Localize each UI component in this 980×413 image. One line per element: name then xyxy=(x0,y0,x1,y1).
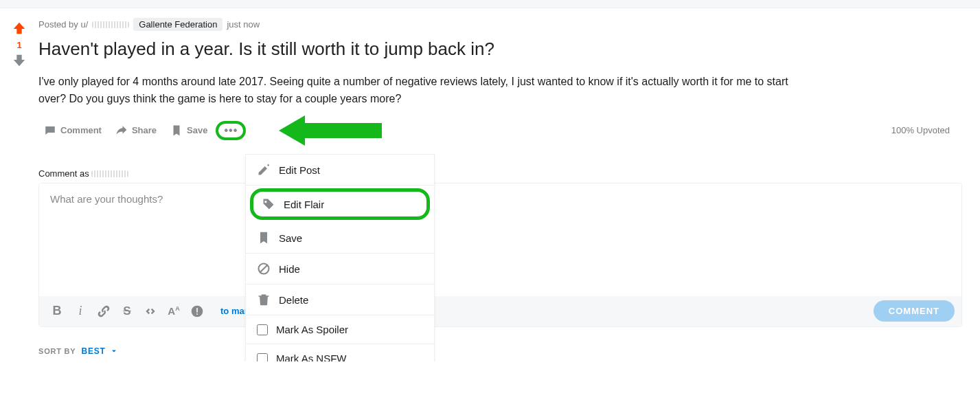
post-body: I've only played for 4 months around lat… xyxy=(38,73,794,108)
share-label: Share xyxy=(132,125,157,135)
save-button[interactable]: Save xyxy=(165,120,213,141)
format-spoiler-button[interactable] xyxy=(186,300,208,322)
svg-rect-3 xyxy=(196,308,198,313)
svg-rect-4 xyxy=(196,313,198,315)
menu-edit-flair-label: Edit Flair xyxy=(284,199,324,210)
format-link-button[interactable] xyxy=(93,300,115,322)
comment-as-username[interactable] xyxy=(91,170,128,177)
comment-toolbar: B i S AA to markdown COMMENT xyxy=(39,296,961,326)
comment-icon xyxy=(44,124,56,137)
menu-edit-post[interactable]: Edit Post xyxy=(246,155,434,186)
chevron-down-icon xyxy=(110,347,118,355)
bookmark-icon xyxy=(170,124,183,137)
menu-hide-label: Hide xyxy=(279,263,300,275)
menu-delete[interactable]: Delete xyxy=(246,284,434,315)
menu-edit-flair[interactable]: Edit Flair xyxy=(250,188,430,220)
menu-mark-spoiler[interactable]: Mark As Spoiler xyxy=(246,315,434,344)
post-main: Posted by u/ Gallente Federation just no… xyxy=(33,14,968,361)
post-title: Haven't played in a year. Is it still wo… xyxy=(38,38,962,60)
trash-icon xyxy=(257,293,271,306)
svg-line-1 xyxy=(260,265,268,273)
vote-score: 1 xyxy=(16,40,21,50)
format-code-button[interactable] xyxy=(139,300,161,322)
menu-hide[interactable]: Hide xyxy=(246,254,434,284)
tag-icon xyxy=(262,197,275,211)
post-timestamp: just now xyxy=(227,19,260,30)
spoiler-checkbox[interactable] xyxy=(257,324,268,335)
upvote-icon[interactable] xyxy=(12,21,27,38)
comment-as-label: Comment as xyxy=(38,168,962,179)
downvote-icon[interactable] xyxy=(12,53,27,71)
menu-spoiler-label: Mark As Spoiler xyxy=(276,324,348,335)
vote-column: 1 xyxy=(5,14,33,361)
alert-circle-icon xyxy=(190,304,204,318)
post-container: 1 Posted by u/ Gallente Federation just … xyxy=(0,8,980,361)
format-superscript-button[interactable]: AA xyxy=(163,300,185,322)
comment-box: B i S AA to markdown COMMENT xyxy=(38,183,962,327)
sort-row: SORT BY BEST xyxy=(38,346,962,356)
more-actions-button[interactable]: ••• xyxy=(216,121,246,140)
format-strike-button[interactable]: S xyxy=(116,300,138,322)
menu-mark-nsfw[interactable]: Mark As NSFW xyxy=(246,344,434,361)
comment-as-prefix: Comment as xyxy=(38,168,91,179)
pencil-icon xyxy=(257,163,271,177)
sort-dropdown[interactable]: BEST xyxy=(82,346,118,356)
comment-submit-button[interactable]: COMMENT xyxy=(874,300,955,322)
nsfw-checkbox[interactable] xyxy=(257,353,268,361)
menu-delete-label: Delete xyxy=(279,294,308,306)
format-italic-button[interactable]: i xyxy=(69,300,91,322)
menu-save-label: Save xyxy=(279,232,302,244)
post-actions-row: Comment Share Save ••• 100% Upvoted xyxy=(38,120,962,141)
hide-icon xyxy=(257,262,271,276)
annotation-arrow xyxy=(279,115,382,146)
comment-button[interactable]: Comment xyxy=(38,120,107,141)
ellipsis-icon: ••• xyxy=(224,125,238,136)
more-actions-dropdown: Edit Post Edit Flair Save Hide Delete Ma… xyxy=(245,154,435,361)
post-meta: Posted by u/ Gallente Federation just no… xyxy=(38,18,962,31)
format-bold-button[interactable]: B xyxy=(46,300,68,322)
share-icon xyxy=(115,124,128,137)
top-background-bar xyxy=(0,0,980,8)
comment-label: Comment xyxy=(60,125,102,135)
menu-nsfw-label: Mark As NSFW xyxy=(276,353,347,361)
user-flair: Gallente Federation xyxy=(133,18,223,31)
comment-textarea[interactable] xyxy=(39,183,961,293)
menu-save[interactable]: Save xyxy=(246,223,434,254)
author-name-redacted[interactable] xyxy=(92,21,129,28)
posted-by-label: Posted by u/ xyxy=(38,19,88,30)
code-icon xyxy=(144,304,157,318)
sort-value: BEST xyxy=(82,346,106,356)
link-icon xyxy=(97,304,111,318)
upvoted-percentage: 100% Upvoted xyxy=(891,125,962,135)
save-label: Save xyxy=(187,125,207,135)
menu-edit-post-label: Edit Post xyxy=(279,164,320,176)
sort-by-label: SORT BY xyxy=(38,347,76,355)
bookmark-icon xyxy=(257,231,271,245)
share-button[interactable]: Share xyxy=(110,120,162,141)
